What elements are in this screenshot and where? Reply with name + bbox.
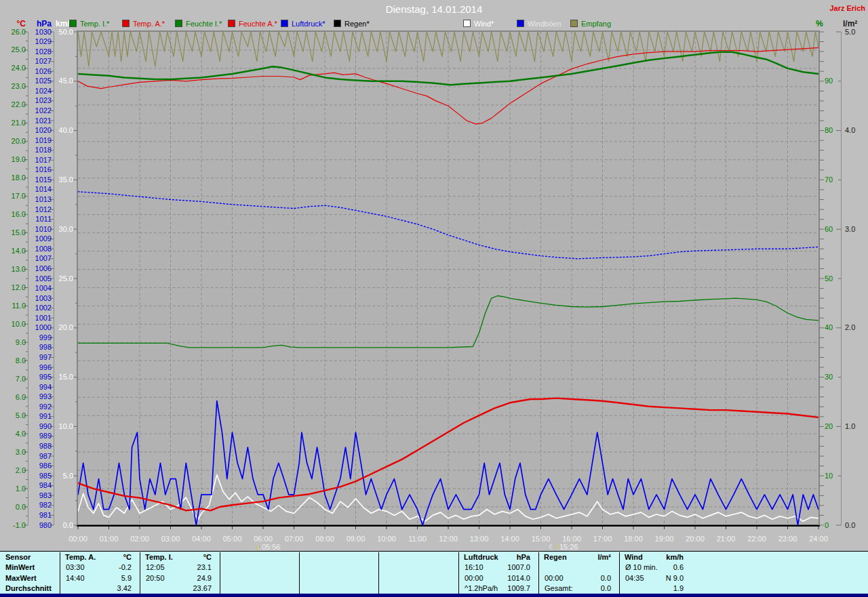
hpa-tick-label: 1014 [30, 185, 52, 194]
astro-time: 05:56 [262, 543, 281, 551]
kmh-tick-label: 50.0 [50, 28, 73, 37]
hpa-tick-label: 989 [30, 432, 52, 440]
hpa-tick-label: 1009 [30, 234, 52, 243]
kmh-tick-label: 20.0 [50, 323, 73, 332]
lm2-tick-label: 1.0 [845, 422, 867, 431]
table-section-unit: °C [65, 553, 132, 562]
table-divider [378, 552, 379, 594]
kmh-tick-label: 35.0 [50, 176, 73, 184]
table-stat-value: 1.9 [625, 584, 684, 593]
time-tick-label: 12:00 [435, 535, 462, 543]
table-divider [299, 552, 300, 594]
celsius-tick-label: 0.0 [0, 503, 26, 512]
table-divider [140, 552, 140, 594]
table-divider [619, 552, 620, 594]
table-stat-value: 1014.0 [464, 574, 530, 583]
percent-tick-label: 40 [825, 323, 844, 332]
hpa-tick-label: 988 [30, 442, 52, 451]
celsius-tick-label: 2.0 [0, 466, 26, 475]
time-tick-label: 17:00 [589, 535, 616, 543]
weather-app-window: Dienstag, 14.01.2014 Jarz Erich °C hPa k… [0, 0, 868, 597]
lm2-tick-label: 0.0 [845, 521, 867, 530]
celsius-tick-label: 10.0 [0, 320, 26, 329]
celsius-tick-label: 14.0 [0, 247, 26, 255]
celsius-tick-label: 19.0 [0, 155, 26, 164]
celsius-tick-label: 25.0 [0, 45, 26, 54]
table-divider [60, 552, 60, 594]
hpa-tick-label: 1028 [30, 47, 52, 56]
celsius-tick-label: 6.0 [0, 393, 26, 402]
time-tick-label: 22:00 [743, 535, 770, 543]
celsius-tick-label: 5.0 [0, 411, 26, 420]
hpa-tick-label: 998 [30, 343, 52, 352]
hpa-tick-label: 997 [30, 353, 52, 362]
weather-chart-plot[interactable] [0, 0, 868, 597]
hpa-tick-label: 993 [30, 392, 52, 401]
celsius-tick-label: 11.0 [0, 302, 26, 310]
celsius-tick-label: 17.0 [0, 192, 26, 201]
table-stat-value: 23.67 [145, 584, 212, 593]
hpa-tick-label: 1004 [30, 284, 52, 293]
hpa-tick-label: 994 [30, 383, 52, 392]
hpa-tick-label: 1001 [30, 314, 52, 323]
hpa-tick-label: 999 [30, 333, 52, 342]
hpa-tick-label: 991 [30, 412, 52, 421]
hpa-tick-label: 1011 [30, 215, 52, 224]
kmh-tick-label: 15.0 [50, 373, 73, 382]
hpa-tick-label: 1020 [30, 126, 52, 135]
time-tick-label: 23:00 [774, 535, 802, 543]
hpa-tick-label: 1021 [30, 117, 52, 125]
hpa-tick-label: 1027 [30, 57, 52, 66]
hpa-tick-label: 980 [30, 521, 52, 530]
kmh-tick-label: 5.0 [50, 472, 73, 480]
time-tick-label: 20:00 [682, 535, 709, 543]
percent-tick-label: 60 [825, 225, 844, 234]
table-section-unit: °C [145, 553, 212, 562]
statistics-table: SensorMinWertMaxWertDurchschnittTemp. A.… [0, 551, 868, 597]
kmh-tick-label: 45.0 [50, 77, 73, 85]
celsius-tick-label: 1.0 [0, 485, 26, 493]
hpa-tick-label: 983 [30, 491, 52, 500]
table-stat-value: 5.9 [65, 574, 132, 583]
celsius-tick-label: 22.0 [0, 100, 26, 109]
hpa-tick-label: 1016 [30, 165, 52, 174]
celsius-tick-label: 21.0 [0, 119, 26, 127]
lm2-tick-label: 5.0 [845, 28, 867, 37]
hpa-tick-label: 1026 [30, 67, 52, 76]
lm2-tick-label: 3.0 [845, 225, 867, 234]
table-section-unit: l/m² [544, 553, 611, 562]
hpa-tick-label: 984 [30, 481, 52, 490]
time-tick-label: 05:00 [219, 535, 246, 543]
percent-tick-label: 0 [825, 521, 844, 530]
time-tick-label: 10:00 [373, 535, 400, 543]
hpa-tick-label: 1024 [30, 87, 52, 96]
astro-time: 15:26 [559, 543, 578, 551]
celsius-tick-label: 3.0 [0, 448, 26, 457]
percent-tick-label: 10 [825, 472, 844, 480]
celsius-tick-label: 13.0 [0, 265, 26, 274]
lm2-tick-label: 2.0 [845, 323, 867, 332]
table-row-label: Sensor [5, 553, 58, 562]
time-tick-label: 13:00 [466, 535, 493, 543]
hpa-tick-label: 1002 [30, 304, 52, 312]
time-tick-label: 03:00 [157, 535, 184, 543]
time-tick-label: 11:00 [404, 535, 431, 543]
hpa-tick-label: 985 [30, 472, 52, 480]
table-section-unit: hPa [464, 553, 530, 562]
table-divider [458, 552, 459, 594]
hpa-tick-label: 982 [30, 501, 52, 510]
moon-icon: ☾ [549, 543, 555, 551]
table-row-label: MaxWert [5, 574, 58, 583]
celsius-tick-label: 7.0 [0, 375, 26, 384]
percent-tick-label: 70 [825, 176, 844, 184]
hpa-tick-label: 1005 [30, 274, 52, 283]
table-divider [538, 552, 539, 594]
celsius-tick-label: 9.0 [0, 338, 26, 347]
lm2-tick-label: 4.0 [845, 126, 867, 135]
hpa-tick-label: 1019 [30, 136, 52, 145]
celsius-tick-label: 12.0 [0, 283, 26, 292]
time-tick-label: 01:00 [96, 535, 123, 543]
hpa-tick-label: 995 [30, 373, 52, 382]
hpa-tick-label: 1007 [30, 254, 52, 263]
table-stat-value: 0.0 [544, 574, 611, 583]
